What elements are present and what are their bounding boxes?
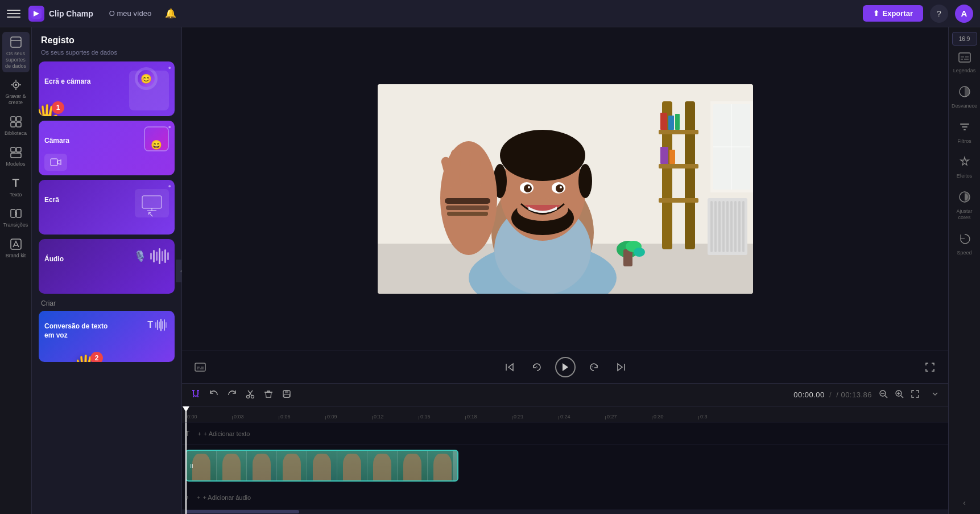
ruler-tick-4: 0:12 [372,414,419,420]
next-button[interactable] [612,358,630,376]
sidebar-item-models[interactable]: Modelos [2,142,30,171]
svg-rect-86 [964,129,966,130]
right-tool-captions[interactable]: Legendas [951,48,978,79]
frame-6 [337,451,367,480]
play-button[interactable] [555,357,576,377]
card-audio-label: Áudio [44,255,64,263]
sidebar-item-text[interactable]: T Texto [2,173,30,202]
card-ecra-camara[interactable]: Ecrã e câmara 😊 ● 🖐️ 1 [39,61,175,116]
add-text-button[interactable]: + + Adicionar texto [193,428,254,439]
mouse-cursor-icon: ↖ [147,209,154,219]
svg-point-57 [528,186,530,188]
svg-rect-78 [285,390,288,393]
right-sidebar: 16:9 Legendas Desvanece [948,27,980,514]
back5-button[interactable]: 5 [528,358,546,376]
magnet-button[interactable] [189,387,202,403]
undo-button[interactable] [207,387,221,403]
svg-rect-27 [660,147,668,164]
adjust-color-icon [958,191,971,206]
ruler-tick-5: 0:15 [419,414,465,420]
svg-text:5: 5 [536,365,537,369]
sidebar-item-transitions[interactable]: Transições [2,203,30,232]
fwd5-button[interactable]: 5 [585,358,603,376]
export-button[interactable]: ⬆ Exportar [863,5,923,22]
sidebar-item-media[interactable]: Os seus suportes de dados [2,32,30,72]
card-ecra-camara-dot: ● [168,65,171,71]
collapse-right-arrow[interactable]: ‹ [951,496,978,509]
ruler-tick-3: 0:09 [325,414,372,420]
mic-icon: 🎙️ [134,250,146,262]
right-tool-speed[interactable]: Speed [951,228,978,261]
brandkit-icon [9,237,23,251]
sidebar-item-library[interactable]: Biblioteca [2,112,30,140]
speed-icon [958,232,971,248]
card-tts-label: Conversão de texto em voz [44,322,113,340]
menu-icon[interactable] [7,7,20,20]
zoom-in-button[interactable] [892,387,906,403]
svg-rect-42 [742,201,745,252]
models-icon [9,146,23,159]
video-strip[interactable]: ⏸ [185,450,458,482]
time-separator: / [829,390,834,399]
delete-button[interactable] [262,387,275,403]
card-camara[interactable]: Câmara 😄 ● [39,121,175,175]
timeline-toolbar: 00:00.00 / / 00:13.86 [182,384,948,406]
aspect-ratio-badge[interactable]: 16:9 [952,32,977,46]
playhead-marker [185,406,187,422]
fullscreen-button[interactable] [921,358,939,376]
time-current: 00:00.00 [793,390,825,399]
filtros-label: Filtros [957,138,971,145]
right-tool-efeitos[interactable]: Efeitos [951,151,978,184]
card-ecra-camara-label: Ecrã e câmara [44,77,90,85]
video-strip-frames [187,451,457,480]
card-audio[interactable]: Áudio 🎙️ [39,239,175,294]
prev-button[interactable] [501,358,519,376]
main-area: Os seus suportes de dados Gravar & creat… [0,27,980,514]
record-icon [9,78,23,92]
svg-rect-23 [659,198,698,203]
save-button[interactable] [280,387,293,403]
svg-rect-36 [718,201,721,252]
zoom-out-button[interactable] [876,387,890,403]
zoom-fit-button[interactable] [908,387,922,403]
svg-rect-1 [11,37,21,47]
svg-point-55 [524,184,532,192]
speed-label: Speed [957,250,971,256]
card-tts[interactable]: Conversão de texto em voz T [39,311,175,362]
add-audio-button[interactable]: + + Adicionar áudio [192,492,255,503]
timeline-scrollbar[interactable] [182,509,948,514]
topbar: Clip Champ O meu vídeo 🔔 ⬆ Exportar ? A [0,0,980,27]
ruler-tick-6: 0:18 [465,414,512,420]
card-ecra-label: Ecrã [44,196,59,204]
cursor-badge-1: 1 [52,101,64,114]
export-icon: ⬆ [873,9,879,18]
right-tool-desvanecer[interactable]: Desvanece [951,81,978,114]
right-tool-adjust-color[interactable]: Ajustar cores [951,186,978,225]
sidebar-item-record[interactable]: Gravar & create [2,75,30,109]
right-tool-filtros[interactable]: Filtros [951,116,978,149]
ruler-tick-0: 0:00 [185,414,232,420]
scrollbar-thumb[interactable] [185,510,299,513]
expand-timeline-button[interactable] [929,388,941,402]
video-title[interactable]: O meu vídeo [105,7,156,20]
card-ecra-dot: ● [168,183,171,189]
strip-end-handle[interactable] [453,451,457,480]
svg-rect-34 [710,201,713,252]
card-ecra[interactable]: Ecrã ● ↖ [39,180,175,235]
panel-header: Registo [32,27,181,49]
record-cards: Ecrã e câmara 😊 ● 🖐️ 1 Câmara 😄 [32,61,181,294]
user-avatar[interactable]: A [955,5,973,23]
playback-controls: 5 5 [182,351,948,383]
redo-button[interactable] [225,387,239,403]
cut-button[interactable] [243,387,257,403]
panel-collapse-arrow[interactable]: ‹ [176,260,182,282]
zoom-controls [876,387,922,403]
captions-button[interactable] [191,358,209,376]
notification-icon[interactable]: 🔔 [165,8,176,19]
timeline-ruler: 0:00 0:03 0:06 0:09 0:12 0:15 0:18 0:21 … [182,406,948,422]
sidebar-item-brandkit[interactable]: Brand kit [2,234,30,262]
svg-rect-12 [16,209,21,217]
svg-rect-14 [51,159,57,166]
svg-rect-11 [11,209,15,217]
help-button[interactable]: ? [930,5,948,23]
